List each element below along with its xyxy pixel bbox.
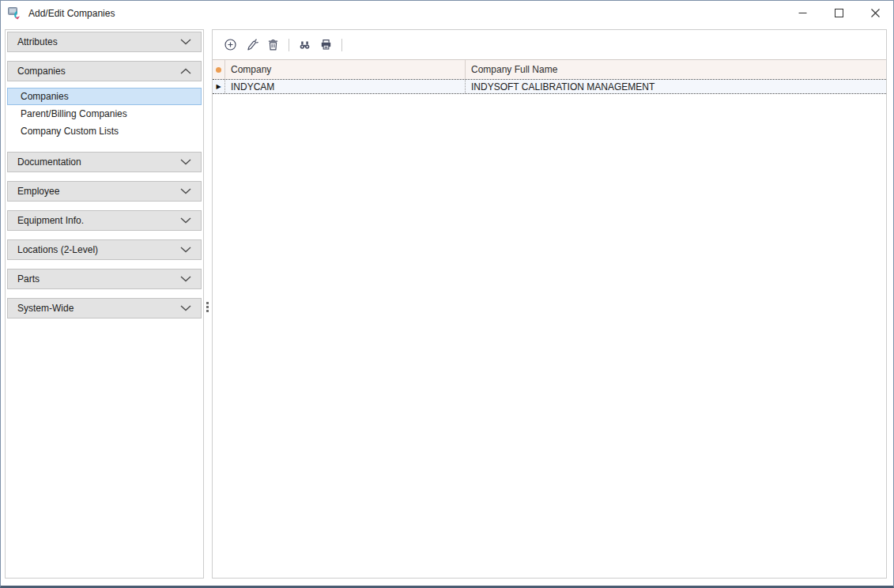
panel-splitter[interactable] [203,29,212,579]
magic-pen-icon [244,37,259,52]
section-locations-2-level[interactable]: Locations (2-Level) [7,239,202,260]
chevron-down-icon [180,305,191,311]
section-label: Parts [17,273,40,285]
column-header-company[interactable]: Company [225,60,466,79]
print-button[interactable] [316,35,336,55]
minimize-button[interactable] [784,1,820,25]
grid-indicator-header [213,60,225,79]
title-bar: Add/Edit Companies [1,1,893,25]
printer-icon [319,37,334,52]
window-title: Add/Edit Companies [28,8,115,19]
section-label: Companies [17,66,66,77]
row-arrow-icon: ▶ [216,83,221,90]
binoculars-icon [297,37,312,52]
chevron-down-icon [180,217,191,224]
toolbar-separator [341,39,342,51]
close-button[interactable] [857,1,893,25]
section-equipment-info[interactable]: Equipment Info. [7,210,202,231]
companies-section-items: Companies Parent/Billing Companies Compa… [7,88,202,140]
trash-icon [266,37,281,52]
section-documentation[interactable]: Documentation [7,152,202,172]
section-label: Employee [17,186,59,197]
app-logo-icon [7,6,23,21]
window-controls [784,1,893,25]
find-button[interactable] [295,35,315,55]
section-employee[interactable]: Employee [7,181,202,202]
orange-dot-icon [216,67,221,73]
row-indicator-cell: ▶ [213,80,225,93]
chevron-down-icon [180,188,191,194]
section-attributes[interactable]: Attributes [7,32,202,52]
chevron-down-icon [180,159,191,165]
section-companies[interactable]: Companies [7,61,202,81]
section-label: System-Wide [17,303,74,314]
section-label: Locations (2-Level) [17,244,98,255]
sidebar-item-company-custom-lists[interactable]: Company Custom Lists [7,122,202,140]
section-system-wide[interactable]: System-Wide [7,298,202,318]
circle-plus-icon [223,37,238,52]
chevron-down-icon [180,247,191,253]
chevron-up-icon [180,68,191,74]
maximize-button[interactable] [820,1,857,25]
section-label: Equipment Info. [17,215,84,226]
sidebar-item-parent-billing-companies[interactable]: Parent/Billing Companies [7,105,202,122]
cell-company: INDYCAM [225,80,466,93]
chevron-down-icon [180,39,191,45]
grid-toolbar [213,30,886,59]
splitter-grip-icon [206,302,209,312]
column-header-company-full-name[interactable]: Company Full Name [466,60,886,79]
delete-button[interactable] [263,35,283,55]
toolbar-separator [289,39,289,51]
grid-header-row: Company Company Full Name [213,59,886,79]
section-label: Documentation [17,156,81,168]
add-button[interactable] [221,35,240,55]
cell-company-full-name: INDYSOFT CALIBRATION MANAGEMENT [466,80,886,93]
sidebar-item-companies[interactable]: Companies [7,88,202,105]
sidebar: Attributes Companies Companies Parent/Bi… [5,29,204,579]
chevron-down-icon [180,276,191,282]
edit-button[interactable] [242,35,262,55]
section-parts[interactable]: Parts [7,269,202,289]
companies-grid: Company Company Full Name ▶ INDYCAM INDY… [213,59,886,94]
section-label: Attributes [17,36,58,47]
app-window: Add/Edit Companies Attributes Companies [0,0,894,588]
main-panel: Company Company Full Name ▶ INDYCAM INDY… [212,29,887,579]
table-row[interactable]: ▶ INDYCAM INDYSOFT CALIBRATION MANAGEMEN… [213,79,886,94]
